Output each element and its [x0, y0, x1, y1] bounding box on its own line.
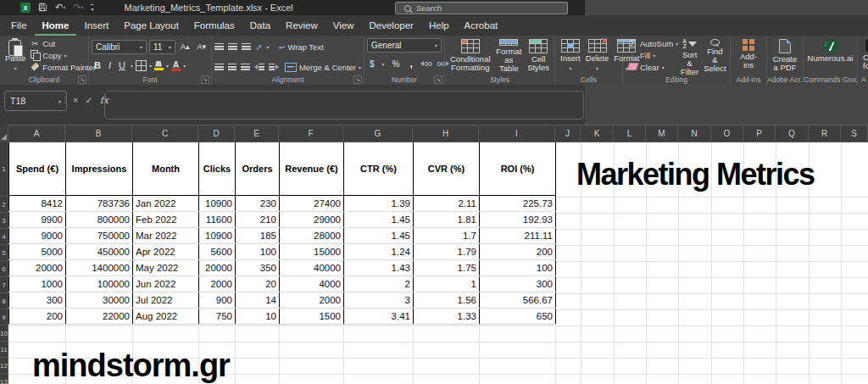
cell[interactable]: 185	[236, 228, 280, 244]
cell[interactable]: 15000	[280, 244, 344, 260]
cell[interactable]: 10900	[199, 196, 236, 212]
cell[interactable]: 1.33	[414, 309, 480, 325]
wrap-text-button[interactable]: ↩Wrap Text	[278, 42, 323, 52]
cancel-entry-button[interactable]: ×	[73, 95, 78, 105]
row-header-10[interactable]: 10	[0, 326, 8, 342]
column-header-B[interactable]: B	[65, 125, 132, 142]
cell[interactable]: 566.67	[480, 292, 556, 309]
search-box[interactable]: Search	[395, 2, 568, 14]
undo-button[interactable]: ↶▾	[55, 2, 65, 13]
tab-help[interactable]: Help	[421, 15, 457, 36]
cell[interactable]: 1.43	[344, 260, 414, 276]
copy-button[interactable]: Copy▾	[30, 50, 96, 61]
cell[interactable]: 300	[9, 292, 66, 309]
cell[interactable]: 2	[344, 276, 414, 292]
cell[interactable]: May 2022	[133, 260, 199, 276]
column-header-P[interactable]: P	[743, 125, 776, 142]
cell[interactable]: 5000	[9, 244, 66, 260]
column-header-S[interactable]: S	[841, 125, 868, 142]
cell[interactable]: 211.11	[480, 228, 556, 244]
cell[interactable]: 9000	[9, 228, 66, 244]
column-header-K[interactable]: K	[581, 125, 614, 142]
cell[interactable]: 1.81	[414, 212, 480, 228]
cell[interactable]: 1.39	[344, 196, 414, 212]
excel-logo-icon[interactable]: x	[20, 3, 31, 13]
customize-qat-button[interactable]: ▾	[91, 4, 93, 12]
cell[interactable]: 3	[344, 292, 414, 309]
cell-styles-button[interactable]: Cell Styles	[525, 38, 552, 74]
cell[interactable]: 350	[236, 260, 280, 276]
cell[interactable]: 30000	[66, 292, 133, 309]
redo-button[interactable]: ↷▾	[73, 2, 83, 13]
header-cell[interactable]: Month	[133, 142, 199, 196]
column-header-A[interactable]: A	[8, 125, 65, 142]
cell[interactable]: 4000	[280, 276, 344, 292]
formula-input[interactable]	[104, 91, 584, 120]
tab-home[interactable]: Home	[35, 15, 77, 36]
increase-indent-icon[interactable]	[269, 64, 279, 70]
cell[interactable]: 28000	[280, 228, 344, 244]
cell[interactable]: 29000	[280, 212, 344, 228]
decrease-indent-icon[interactable]	[254, 64, 264, 70]
tab-file[interactable]: File	[3, 15, 35, 36]
delete-cells-button[interactable]: Delete▾	[583, 38, 611, 74]
numerous-ai-button[interactable]: Numerous.ai	[805, 38, 856, 74]
accounting-format-button[interactable]: $	[367, 59, 377, 69]
cell[interactable]: 225.73	[480, 196, 556, 212]
cell[interactable]: 10900	[199, 228, 236, 244]
cell[interactable]: 1	[414, 276, 480, 292]
paste-button[interactable]: Paste▾	[3, 38, 28, 74]
insert-cells-button[interactable]: Insert▾	[558, 38, 583, 74]
grid-body[interactable]: Spend (€)ImpressionsMonthClicksOrdersRev…	[0, 142, 868, 384]
cell[interactable]: 192.93	[480, 212, 556, 228]
clear-button[interactable]: Clear▾	[627, 62, 678, 73]
cell[interactable]: 20	[236, 276, 280, 292]
cell[interactable]: Feb 2022	[133, 212, 199, 228]
row-header-11[interactable]: 11	[0, 342, 8, 358]
underline-button[interactable]: U	[116, 60, 128, 70]
number-dialog-launcher[interactable]: ↘	[434, 75, 442, 84]
column-header-O[interactable]: O	[711, 125, 743, 142]
comma-style-button[interactable]: ,	[407, 58, 415, 70]
row-header-5[interactable]: 5	[0, 245, 8, 261]
cell[interactable]: 450000	[66, 244, 133, 260]
conditional-formatting-button[interactable]: Conditional Formatting	[448, 38, 493, 74]
tab-formulas[interactable]: Formulas	[186, 15, 242, 36]
fill-color-icon[interactable]	[154, 61, 164, 70]
column-header-L[interactable]: L	[614, 125, 646, 142]
cell[interactable]: Mar 2022	[133, 228, 199, 244]
header-cell[interactable]: CVR (%)	[414, 142, 480, 196]
header-cell[interactable]: Clicks	[199, 142, 236, 196]
clipboard-dialog-launcher[interactable]: ↘	[78, 75, 86, 84]
percent-style-button[interactable]: %	[390, 59, 403, 69]
column-header-G[interactable]: G	[343, 125, 413, 142]
cell[interactable]: 9900	[9, 212, 66, 228]
row-header-7[interactable]: 7	[0, 277, 8, 293]
find-select-button[interactable]: Find & Select	[701, 38, 728, 74]
create-pdf-button[interactable]: Create a PDF	[771, 38, 800, 74]
column-header-F[interactable]: F	[279, 125, 343, 142]
column-header-I[interactable]: I	[479, 125, 555, 142]
addins-button[interactable]: Add-ins	[733, 38, 764, 74]
cell[interactable]: 100	[236, 244, 280, 260]
column-header-N[interactable]: N	[678, 125, 711, 142]
italic-button[interactable]: I	[106, 60, 114, 70]
cell[interactable]: 230	[236, 196, 280, 212]
cell[interactable]: 1.75	[414, 260, 480, 276]
header-cell[interactable]: CTR (%)	[344, 142, 414, 196]
cell[interactable]: 783736	[66, 196, 133, 212]
cell[interactable]: 1.56	[414, 292, 480, 309]
header-cell[interactable]: ROI (%)	[480, 142, 556, 196]
increase-decimal-button[interactable]: 00	[420, 60, 432, 68]
tab-data[interactable]: Data	[242, 15, 278, 36]
row-header-1[interactable]: 1	[0, 142, 8, 197]
cell[interactable]: 27400	[280, 196, 344, 212]
cell[interactable]: 200	[9, 309, 66, 325]
align-left-icon[interactable]	[214, 64, 224, 70]
header-cell[interactable]: Spend (€)	[9, 142, 66, 196]
align-bottom-icon[interactable]	[242, 43, 251, 50]
row-header-12[interactable]: 12	[0, 358, 8, 374]
cell[interactable]: 1.45	[344, 212, 414, 228]
format-painter-button[interactable]: Format Painter	[30, 62, 96, 73]
orientation-icon[interactable]: ⇗	[255, 42, 262, 52]
